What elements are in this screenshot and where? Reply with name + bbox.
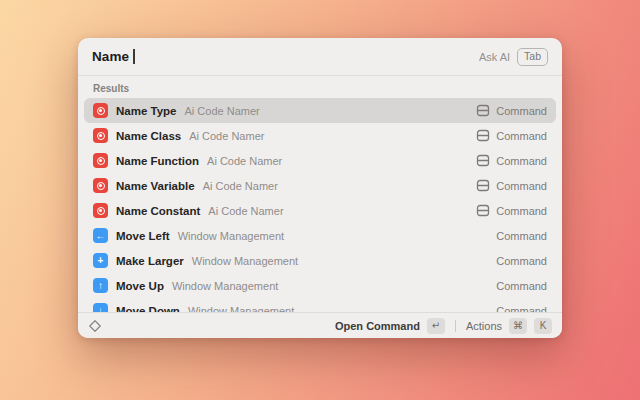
item-subtitle: Ai Code Namer <box>203 180 278 192</box>
footer: Open Command ↵ Actions ⌘ K <box>78 312 562 338</box>
item-title: Move Up <box>116 280 164 292</box>
list-item[interactable]: Name FunctionAi Code NamerCommand <box>84 148 556 173</box>
actions-button[interactable]: Actions <box>466 320 502 332</box>
move-up-icon: ↑ <box>93 278 108 293</box>
item-subtitle: Ai Code Namer <box>189 130 264 142</box>
command-window-icon <box>476 179 490 192</box>
cmd-key-badge[interactable]: ⌘ <box>509 318 527 334</box>
item-type-label: Command <box>496 230 547 242</box>
open-command-button[interactable]: Open Command <box>335 320 420 332</box>
list-item[interactable]: ↓Move DownWindow ManagementCommand <box>84 298 556 312</box>
item-type-label: Command <box>496 180 547 192</box>
command-window-icon <box>476 129 490 142</box>
ai-code-namer-icon <box>93 153 108 168</box>
raycast-logo-icon <box>88 319 102 333</box>
move-down-icon: ↓ <box>93 303 108 312</box>
item-title: Move Left <box>116 230 170 242</box>
item-subtitle: Window Management <box>178 230 284 242</box>
list-item[interactable]: ↑Move UpWindow ManagementCommand <box>84 273 556 298</box>
command-window-icon <box>476 154 490 167</box>
ai-code-namer-icon <box>93 203 108 218</box>
item-title: Name Class <box>116 130 181 142</box>
enter-key-badge[interactable]: ↵ <box>427 318 445 334</box>
item-type-label: Command <box>496 155 547 167</box>
list-item[interactable]: Name ConstantAi Code NamerCommand <box>84 198 556 223</box>
search-bar[interactable]: Name Ask AI Tab <box>78 38 562 76</box>
item-title: Name Type <box>116 105 177 117</box>
item-type-label: Command <box>496 280 547 292</box>
list-item[interactable]: ←Move LeftWindow ManagementCommand <box>84 223 556 248</box>
ai-code-namer-icon <box>93 103 108 118</box>
k-key-badge[interactable]: K <box>534 318 552 334</box>
results-header: Results <box>78 76 562 98</box>
item-title: Make Larger <box>116 255 184 267</box>
ai-code-namer-icon <box>93 178 108 193</box>
desktop-background: { "window": { "search": { "value": "Name… <box>0 0 640 400</box>
item-subtitle: Ai Code Namer <box>185 105 260 117</box>
tab-key-badge: Tab <box>517 48 548 66</box>
item-type-label: Command <box>496 105 547 117</box>
item-title: Name Function <box>116 155 199 167</box>
list-item[interactable]: Name ClassAi Code NamerCommand <box>84 123 556 148</box>
make-larger-icon: + <box>93 253 108 268</box>
command-window-icon <box>476 104 490 117</box>
move-left-icon: ← <box>93 228 108 243</box>
item-subtitle: Ai Code Namer <box>208 205 283 217</box>
text-caret <box>133 49 135 64</box>
item-subtitle: Ai Code Namer <box>207 155 282 167</box>
item-type-label: Command <box>496 305 547 313</box>
search-input[interactable]: Name <box>92 49 129 64</box>
results-list: Name TypeAi Code NamerCommandName ClassA… <box>78 98 562 312</box>
ai-code-namer-icon <box>93 128 108 143</box>
list-item[interactable]: Name VariableAi Code NamerCommand <box>84 173 556 198</box>
item-subtitle: Window Management <box>192 255 298 267</box>
item-type-label: Command <box>496 205 547 217</box>
launcher-window: Name Ask AI Tab Results Name TypeAi Code… <box>78 38 562 338</box>
footer-divider <box>455 320 456 332</box>
list-item[interactable]: Name TypeAi Code NamerCommand <box>84 98 556 123</box>
item-title: Name Constant <box>116 205 200 217</box>
command-window-icon <box>476 204 490 217</box>
item-type-label: Command <box>496 255 547 267</box>
item-subtitle: Window Management <box>172 280 278 292</box>
list-item[interactable]: +Make LargerWindow ManagementCommand <box>84 248 556 273</box>
item-subtitle: Window Management <box>188 305 294 313</box>
item-title: Name Variable <box>116 180 195 192</box>
item-type-label: Command <box>496 130 547 142</box>
ask-ai-label: Ask AI <box>479 51 510 63</box>
item-title: Move Down <box>116 305 180 313</box>
